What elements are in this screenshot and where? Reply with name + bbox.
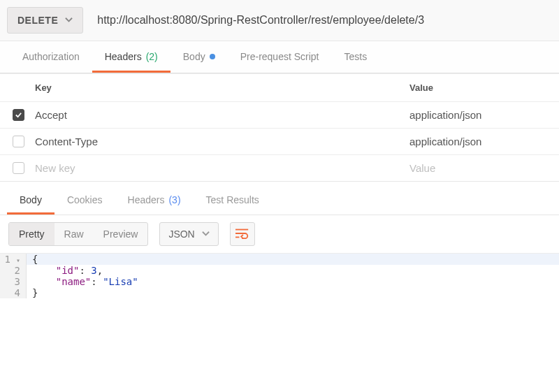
- headers-row: Accept application/json: [0, 101, 559, 128]
- tab-headers[interactable]: Headers (2): [92, 41, 170, 73]
- tab-body[interactable]: Body: [170, 41, 228, 73]
- code-text: "id": 3,: [27, 265, 103, 276]
- resp-tab-headers[interactable]: Headers (3): [115, 184, 194, 215]
- format-label: JSON: [168, 228, 194, 240]
- view-mode-segment: Pretty Raw Preview: [8, 222, 148, 246]
- wrap-icon: [235, 228, 249, 241]
- code-text: {: [27, 254, 38, 265]
- header-key[interactable]: Accept: [35, 109, 401, 121]
- row-checkbox[interactable]: [13, 136, 24, 147]
- header-value[interactable]: application/json: [409, 136, 549, 147]
- resp-tab-test-results[interactable]: Test Results: [194, 184, 272, 215]
- column-value: Value: [409, 82, 549, 93]
- request-tabs: Authorization Headers (2) Body Pre-reque…: [0, 41, 559, 73]
- url-input[interactable]: [93, 7, 552, 34]
- headers-table: Key Value Accept application/json Conten…: [0, 73, 559, 182]
- code-text: "name": "Lisa": [27, 276, 138, 287]
- response-toolbar: Pretty Raw Preview JSON: [0, 215, 559, 254]
- new-value-input[interactable]: Value: [409, 162, 549, 174]
- format-select[interactable]: JSON: [159, 222, 218, 246]
- tab-authorization[interactable]: Authorization: [10, 41, 92, 73]
- http-method-label: DELETE: [17, 15, 58, 26]
- unsaved-dot-icon: [210, 54, 215, 59]
- headers-new-row: New key Value: [0, 154, 559, 181]
- chevron-down-icon: [202, 228, 210, 240]
- http-method-select[interactable]: DELETE: [7, 7, 83, 34]
- line-number: 4: [0, 287, 27, 298]
- column-key: Key: [35, 82, 401, 93]
- tab-tests[interactable]: Tests: [332, 41, 380, 73]
- view-preview-button[interactable]: Preview: [94, 223, 148, 245]
- code-line: 4}: [0, 287, 559, 298]
- code-line: 3 "name": "Lisa": [0, 276, 559, 287]
- line-number: 1 ▾: [0, 254, 27, 265]
- view-pretty-button[interactable]: Pretty: [9, 223, 55, 245]
- response-tabs: Body Cookies Headers (3) Test Results: [0, 184, 559, 215]
- resp-tab-body[interactable]: Body: [7, 184, 55, 215]
- headers-row: Content-Type application/json: [0, 128, 559, 154]
- code-line: 2 "id": 3,: [0, 265, 559, 276]
- header-value[interactable]: application/json: [409, 109, 549, 121]
- resp-tab-cookies[interactable]: Cookies: [55, 184, 115, 215]
- code-text: }: [27, 287, 38, 298]
- chevron-down-icon: [65, 15, 73, 26]
- request-bar: DELETE: [0, 0, 559, 41]
- line-number: 2: [0, 265, 27, 276]
- wrap-lines-button[interactable]: [230, 222, 255, 246]
- resp-headers-count: (3): [168, 194, 180, 205]
- header-key[interactable]: Content-Type: [35, 136, 401, 147]
- tab-headers-count: (2): [146, 51, 158, 62]
- code-line: 1 ▾{: [0, 254, 559, 265]
- tab-pre-request-script[interactable]: Pre-request Script: [228, 41, 332, 73]
- row-checkbox[interactable]: [13, 162, 24, 174]
- view-raw-button[interactable]: Raw: [55, 223, 94, 245]
- new-key-input[interactable]: New key: [35, 162, 401, 174]
- response-body-code[interactable]: 1 ▾{2 "id": 3,3 "name": "Lisa"4}: [0, 254, 559, 307]
- row-checkbox[interactable]: [13, 109, 24, 121]
- headers-table-head: Key Value: [0, 73, 559, 101]
- line-number: 3: [0, 276, 27, 287]
